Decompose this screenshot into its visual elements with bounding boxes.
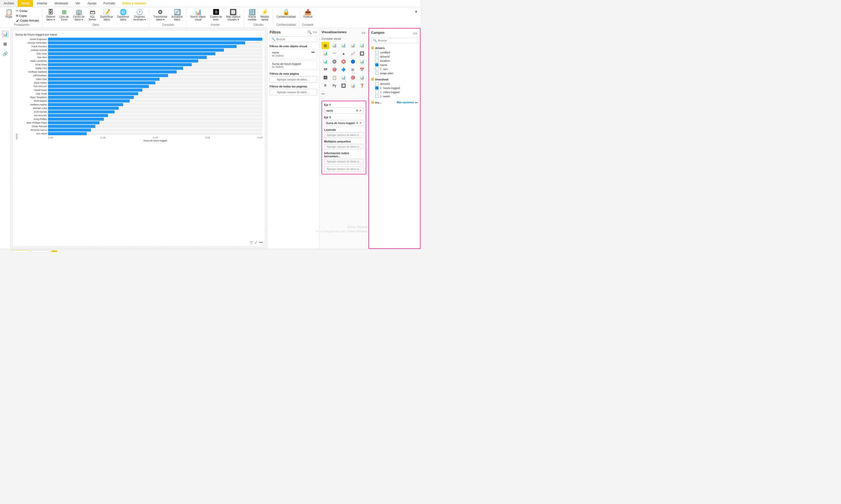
chart-expand-icon[interactable]: ⤢: [254, 240, 257, 245]
viz-line-cluster[interactable]: 📈: [349, 50, 356, 57]
tab-insertar[interactable]: Insertar: [33, 0, 51, 7]
cuadro-texto-button[interactable]: 🅰 Cuadro detexto: [208, 8, 224, 22]
add-page-button[interactable]: +: [51, 250, 57, 252]
eje-x-field[interactable]: Suma de hours-logged ∨ ✕: [324, 120, 364, 126]
filters-search-input[interactable]: [276, 38, 315, 41]
collapse-ribbon-icon[interactable]: ▲: [414, 9, 418, 13]
viz-line[interactable]: 〰: [331, 50, 338, 57]
viz-scatter[interactable]: 🔘: [331, 58, 338, 65]
viz-multi-row-card[interactable]: 📋: [331, 74, 338, 81]
viz-donut[interactable]: 🔵: [349, 58, 356, 65]
multiples-add[interactable]: Agregar campos de datos a...: [324, 144, 364, 149]
viz-more-btn[interactable]: •••: [321, 90, 329, 97]
viz-card[interactable]: 🅰: [321, 74, 329, 81]
viz-map[interactable]: 🗺: [321, 66, 329, 73]
hours-logged-checkbox[interactable]: ✓: [375, 86, 379, 90]
viz-python-visual[interactable]: Py: [331, 82, 338, 89]
filter-all-add[interactable]: Agregar campos de datos ...: [269, 89, 317, 95]
tab-formato[interactable]: Formato: [100, 0, 119, 7]
chart-more-icon[interactable]: •••: [259, 240, 263, 245]
tru-more-icon[interactable]: •••: [415, 101, 418, 104]
page-tab-2[interactable]: Página 2: [32, 250, 50, 252]
field-week[interactable]: Σ week: [371, 94, 418, 98]
tab-datos[interactable]: Datos y detalles: [119, 0, 150, 7]
fields-expand-icon[interactable]: >>: [412, 31, 418, 36]
field-miles-logged[interactable]: Σ miles-logged: [371, 90, 418, 94]
fields-search-input[interactable]: [378, 39, 416, 42]
eje-y-remove-icon[interactable]: ✕: [359, 109, 362, 112]
viz-decomp-tree[interactable]: 🔲: [340, 82, 348, 89]
viz-table[interactable]: ⊞: [349, 66, 356, 73]
page-next-icon[interactable]: ▶: [6, 251, 8, 252]
certified-checkbox[interactable]: [375, 51, 379, 54]
ssn-checkbox[interactable]: [375, 68, 379, 71]
page-tab-1[interactable]: Página 1: [12, 250, 30, 252]
viz-stacked-bar[interactable]: ▦: [321, 42, 329, 49]
eje-x-remove-icon[interactable]: ✕: [359, 121, 362, 125]
eje-y-field[interactable]: name ∨ ✕: [324, 107, 364, 114]
medida-rapida-button[interactable]: ⚡ Medidarápida: [259, 8, 270, 22]
table-view-icon[interactable]: ⊞: [1, 40, 9, 48]
dataverse-button[interactable]: 🌐 Dataversedatos: [116, 8, 130, 22]
tab-ver[interactable]: Ver: [72, 0, 84, 7]
timesheet-header[interactable]: ⊞ timesheet: [371, 77, 418, 82]
info-add[interactable]: Agregar campos de datos a...: [324, 159, 364, 164]
wage-plan-checkbox[interactable]: [375, 72, 379, 75]
tab-modelado[interactable]: Modelado: [51, 0, 72, 7]
viz-treemap[interactable]: 📊: [358, 58, 366, 65]
week-checkbox[interactable]: [375, 95, 379, 98]
eje-y-expand-icon[interactable]: ∨: [356, 109, 358, 112]
libro-excel-button[interactable]: ⊞ Libro deExcel: [58, 8, 70, 22]
sql-server-button[interactable]: 🗃 SQLServer: [87, 8, 98, 22]
driverid-checkbox[interactable]: [375, 55, 379, 58]
page-prev-icon[interactable]: ◀: [2, 251, 5, 252]
tab-archivo[interactable]: Archivo: [0, 0, 18, 7]
drivers-header[interactable]: ⊞ drivers: [371, 46, 418, 50]
viz-funnel[interactable]: 📊: [358, 74, 366, 81]
viz-filled-map[interactable]: 🎯: [331, 66, 338, 73]
viz-gauge[interactable]: 🎯: [349, 74, 356, 81]
paste-button[interactable]: 📋 Pegar: [4, 8, 14, 19]
viz-kpi[interactable]: 📊: [340, 74, 348, 81]
report-view-icon[interactable]: 📊: [1, 30, 9, 38]
viz-stacked-col-100[interactable]: 📊: [321, 50, 329, 57]
tab-inicio[interactable]: Inicio: [18, 0, 33, 7]
viz-pie[interactable]: ⭕: [340, 58, 348, 65]
field-driverid[interactable]: driverId: [371, 54, 418, 59]
field-hours-logged[interactable]: ✓ Σ hours-logged: [371, 86, 418, 90]
viz-ribbon[interactable]: 🔲: [358, 50, 366, 57]
leyenda-add[interactable]: Agregar campos de datos a...: [324, 132, 364, 138]
field-wage-plan[interactable]: wage-plan: [371, 71, 418, 75]
filters-expand-icon[interactable]: >>: [313, 30, 317, 34]
viz-waterfall[interactable]: 📊: [321, 58, 329, 65]
actualizar-button[interactable]: 🔄 Actualizardatos: [170, 8, 185, 22]
field-location[interactable]: location: [371, 59, 418, 63]
viz-clustered-bar[interactable]: 📊: [331, 42, 338, 49]
viz-qna[interactable]: ❓: [358, 82, 366, 89]
eje-x-expand-icon[interactable]: ∨: [356, 121, 358, 125]
viz-clustered-col[interactable]: 📊: [349, 42, 356, 49]
model-view-icon[interactable]: 🔗: [1, 50, 9, 58]
tru-header[interactable]: ⊞ tru... Más opciones •••: [371, 100, 418, 105]
viz-stacked-bar-100[interactable]: 📊: [340, 42, 348, 49]
viz-expand-icon[interactable]: >>: [361, 31, 366, 35]
field-ts-driverid[interactable]: driverId: [371, 82, 418, 86]
viz-azure-map[interactable]: 🔷: [340, 66, 348, 73]
field-certified[interactable]: certified: [371, 50, 418, 54]
nueva-medida-button[interactable]: 🔢 Nuevamedida: [246, 8, 258, 22]
field-ssn[interactable]: Σ ssn: [371, 67, 418, 71]
ts-driverid-checkbox[interactable]: [375, 82, 379, 85]
viz-key-influencers[interactable]: 📊: [349, 82, 356, 89]
viz-r-visual[interactable]: R: [321, 82, 329, 89]
origenes-button[interactable]: 🕐 Orígenesrecientes ▾: [132, 8, 147, 22]
viz-matrix[interactable]: 📅: [358, 66, 366, 73]
especificar-datos-button[interactable]: 📝 Especificardatos: [99, 8, 115, 22]
viz-stacked-col[interactable]: 📊: [358, 42, 366, 49]
bottom-add[interactable]: Agregar campos de datos a...: [324, 166, 364, 172]
filter-page-add[interactable]: Agregar campos de datos ...: [269, 76, 317, 83]
tab-ayuda[interactable]: Ayuda: [84, 0, 100, 7]
nuevo-objeto-button[interactable]: 📊 Nuevo objetovisual: [189, 8, 207, 22]
mas-objetos-button[interactable]: 🔲 Más objetosvisuales ▾: [225, 8, 242, 22]
format-painter-button[interactable]: 🖌 Copiar formato: [15, 18, 40, 22]
filter-name-more-icon[interactable]: •••: [311, 51, 315, 54]
